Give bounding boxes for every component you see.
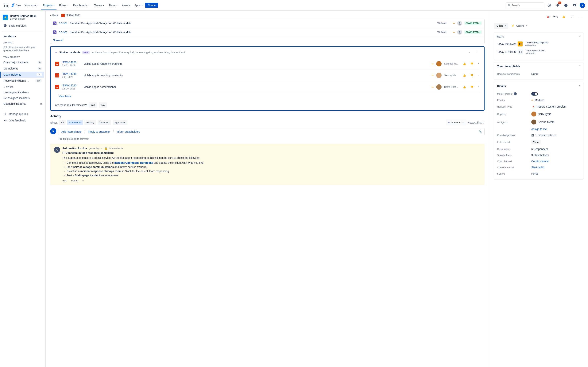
add-internal-note-link[interactable]: Add internal note [61, 130, 81, 133]
search-input[interactable] [506, 2, 544, 8]
queue-opsgenie[interactable]: Opsgenie incidents⧉ [1, 101, 44, 107]
attachment-icon[interactable]: 📎 [478, 130, 482, 133]
sort-button[interactable]: Newest first⇅ [468, 121, 484, 124]
queue-reassigned[interactable]: Re-assigned incidents [1, 95, 44, 101]
give-feedback[interactable]: Give feedback [1, 117, 44, 124]
incident-icon: ▲ [55, 62, 59, 66]
tab-comments[interactable]: Comments [67, 120, 83, 125]
profile-avatar[interactable] [580, 3, 585, 8]
help-icon[interactable]: ? [563, 2, 569, 8]
summarize-button[interactable]: ✦Summarize [446, 120, 466, 125]
field-value[interactable]: None [531, 72, 580, 75]
delete-comment[interactable]: Delete [71, 179, 78, 182]
status-dropdown[interactable]: Open▾ [494, 23, 508, 29]
tab-history[interactable]: History [84, 120, 96, 125]
thumbs-up-icon[interactable]: 👍 [462, 73, 467, 78]
svg-rect-3 [4, 5, 5, 6]
info-icon[interactable]: i [514, 92, 517, 95]
queue-open-incidents[interactable]: Open incidents24 [0, 72, 44, 78]
responders-value[interactable]: 6 Responders [531, 148, 580, 150]
expand-icon[interactable]: ˅ [477, 62, 480, 66]
more-icon[interactable]: ⋯ [466, 49, 472, 55]
nav-plans[interactable]: Plans▾ [107, 3, 119, 8]
activity-title: Activity [50, 115, 484, 118]
show-all-link[interactable]: Show all [53, 39, 63, 42]
manage-queues[interactable]: Manage queues [1, 111, 44, 117]
sim-summary: Mobile app is crashing constantly. [83, 74, 429, 77]
notifications-icon[interactable]: 9+ [555, 2, 561, 8]
back-to-project[interactable]: Back to project [1, 23, 44, 29]
tab-all[interactable]: All [59, 120, 66, 125]
field-label: Priority [497, 99, 531, 102]
nav-projects[interactable]: Projects▾ [41, 0, 57, 10]
create-button[interactable]: Create [145, 3, 158, 8]
app-switcher-icon[interactable] [3, 2, 9, 8]
priority-value[interactable]: ═Medium [531, 99, 580, 102]
inform-stakeholders-link[interactable]: Inform stakeholders [117, 130, 140, 133]
actions-dropdown[interactable]: ⚡Actions▾ [511, 23, 528, 29]
comment: AJ Automation for Jira yesterday • 🔒 Int… [50, 144, 484, 185]
nav-apps[interactable]: Apps▾ [133, 3, 145, 8]
runbooks-link[interactable]: Incident Operations Runbooks [114, 161, 153, 164]
svg-point-17 [459, 31, 460, 32]
nav-assets[interactable]: Assets [120, 3, 132, 8]
major-incident-toggle[interactable] [531, 92, 538, 96]
reporter-value[interactable]: Carly Aydin [531, 112, 580, 117]
stakeholders-value[interactable]: 3 Stakeholders [531, 154, 580, 157]
nav-teams[interactable]: Teams▾ [92, 3, 106, 8]
queue-unassigned[interactable]: Unassigned incidents [1, 90, 44, 95]
relevant-no-button[interactable]: No [99, 102, 107, 108]
linked-row[interactable]: ⊕ CO-361 Standard Pre-Approved Change fo… [50, 19, 484, 28]
thumbs-down-icon[interactable]: 👎 [469, 85, 474, 89]
nav-your-work[interactable]: Your work▾ [23, 3, 40, 8]
thumbs-down-icon[interactable]: 👎 [469, 62, 474, 66]
collapse-icon[interactable]: ˄ [474, 49, 480, 55]
thumbs-up-icon[interactable]: 👍 [462, 62, 467, 66]
reply-customer-link[interactable]: Reply to customer [89, 130, 110, 133]
thumbs-down-icon[interactable]: 👎 [469, 73, 474, 78]
thumbs-up-icon[interactable]: 👍 [462, 85, 467, 89]
expand-icon[interactable]: ˅ [477, 85, 480, 89]
linked-key[interactable]: CO-361 [59, 22, 67, 25]
relevant-yes-button[interactable]: Yes [89, 102, 97, 108]
sim-key[interactable]: ITSM-14609 [62, 61, 81, 64]
share-icon[interactable]: ⤴ [569, 14, 575, 20]
view-more-link[interactable]: View More [59, 95, 71, 98]
jira-logo[interactable]: Jira [10, 3, 22, 8]
assignee-value[interactable]: Serena Mehta [531, 119, 580, 125]
emoji-react-icon[interactable]: ☺ [82, 179, 84, 182]
queue-resolved[interactable]: Resolved incidents (la...238 [1, 78, 44, 84]
assign-to-me-link[interactable]: Assign to me [531, 127, 547, 131]
vote-icon[interactable]: 👍 [561, 14, 567, 20]
sim-key[interactable]: ITSM-14720 [62, 84, 81, 87]
nav-filters[interactable]: Filters▾ [57, 3, 70, 8]
kb-value[interactable]: ▤15 related articles [531, 134, 580, 137]
details-title: Details [497, 84, 506, 88]
view-alerts-button[interactable]: View [531, 140, 541, 144]
settings-icon[interactable] [571, 2, 577, 8]
protip: Pro tip: press M to comment [50, 136, 484, 144]
expand-icon[interactable]: ˅ [477, 73, 480, 78]
other-label[interactable]: ▾OTHER [1, 84, 44, 90]
queue-open-major[interactable]: Open major incidents0 [1, 59, 44, 66]
edit-comment[interactable]: Edit [62, 179, 66, 182]
request-type-value[interactable]: 🔺Report a system problem [531, 105, 580, 108]
sla-sub: within 4h [525, 52, 545, 55]
create-channel-link[interactable]: Create channel [531, 160, 549, 163]
discover-icon[interactable] [546, 2, 552, 8]
avatar [531, 119, 536, 125]
linked-key[interactable]: CO-360 [59, 31, 67, 34]
queue-my-incidents[interactable]: My incidents0 [1, 66, 44, 72]
watchers[interactable]: 👁1 [553, 15, 558, 18]
nav-dashboards[interactable]: Dashboards▾ [71, 3, 91, 8]
feedback-icon[interactable]: 📣 [545, 14, 551, 20]
tab-approvals[interactable]: Approvals [113, 120, 127, 125]
sim-key[interactable]: ITSM-14748 [62, 72, 81, 75]
incident-icon: ▲ [55, 85, 59, 89]
back-link[interactable]: ‹Back [50, 14, 58, 17]
start-call-link[interactable]: Start call ⧉ [531, 166, 544, 169]
comment-input[interactable]: Add internal note / Reply to customer / … [59, 128, 484, 135]
more-icon[interactable]: ⋯ [577, 14, 583, 20]
linked-row[interactable]: ⊕ CO-360 Standard Pre-Approved Change fo… [50, 28, 484, 37]
tab-worklog[interactable]: Work log [97, 120, 111, 125]
